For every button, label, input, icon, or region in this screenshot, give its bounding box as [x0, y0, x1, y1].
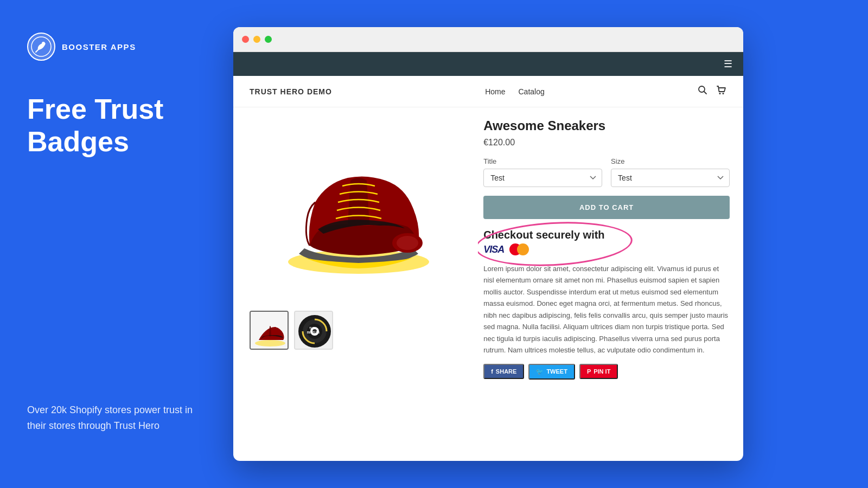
- browser-chrome: [233, 27, 743, 52]
- hero-title: Free Trust Badges: [27, 93, 201, 158]
- product-area: THE BEATLES Awesome Sneakers €120.00 Tit…: [233, 107, 743, 461]
- logo-icon: [27, 33, 55, 61]
- svg-point-10: [255, 340, 285, 346]
- product-title: Awesome Sneakers: [483, 118, 730, 133]
- store-name: TRUST HERO DEMO: [250, 87, 332, 96]
- thumbnail-row: THE BEATLES: [250, 311, 467, 350]
- svg-point-3: [699, 86, 705, 92]
- facebook-icon: f: [491, 368, 493, 375]
- add-to-cart-button[interactable]: ADD TO CART: [483, 196, 730, 219]
- left-panel: BOOSTER APPS Free Trust Badges Over 20k …: [0, 0, 228, 488]
- browser-window: ☰ TRUST HERO DEMO Home Catalog: [233, 27, 743, 461]
- hamburger-icon[interactable]: ☰: [724, 58, 732, 70]
- logo-area: BOOSTER APPS: [27, 33, 201, 61]
- product-price: €120.00: [483, 138, 730, 147]
- search-icon[interactable]: [698, 85, 707, 98]
- svg-text:THE: THE: [309, 326, 315, 330]
- size-select[interactable]: Test: [611, 169, 730, 187]
- title-label: Title: [483, 157, 602, 165]
- mc-circle-right: [517, 243, 529, 255]
- pinterest-icon: P: [587, 368, 591, 375]
- minimize-dot[interactable]: [253, 36, 260, 43]
- size-label: Size: [611, 157, 730, 165]
- social-share-row: f SHARE 🐦 TWEET P PIN IT: [483, 364, 730, 380]
- store-nav: Home Catalog: [485, 87, 545, 96]
- share-pinterest-button[interactable]: P PIN IT: [579, 364, 618, 379]
- twitter-icon: 🐦: [536, 368, 544, 375]
- mastercard-icon: [509, 243, 529, 255]
- share-facebook-button[interactable]: f SHARE: [483, 364, 524, 379]
- variant-selectors: Title Test Size Test: [483, 157, 730, 187]
- cart-icon[interactable]: [716, 85, 727, 98]
- sneaker-image: [250, 118, 467, 303]
- hero-subtitle: Over 20k Shopify stores power trust in t…: [27, 402, 201, 455]
- svg-point-8: [397, 236, 418, 250]
- thumbnail-sneaker[interactable]: [250, 311, 289, 350]
- payment-icons: VISA: [483, 243, 730, 255]
- browser-content: ☰ TRUST HERO DEMO Home Catalog: [233, 52, 743, 461]
- visa-logo: VISA: [483, 244, 504, 255]
- product-image-section: THE BEATLES: [233, 107, 478, 461]
- size-variant-group: Size Test: [611, 157, 730, 187]
- trust-badge-section: Checkout securely with VISA: [483, 229, 730, 255]
- svg-point-2: [42, 42, 45, 45]
- share-twitter-button[interactable]: 🐦 TWEET: [528, 364, 575, 380]
- svg-point-5: [722, 93, 724, 94]
- store-icons: [698, 85, 727, 98]
- nav-home[interactable]: Home: [485, 87, 505, 96]
- maximize-dot[interactable]: [265, 36, 272, 43]
- product-description: Lorem ipsum dolor sit amet, consectetur …: [483, 263, 730, 356]
- sneaker-svg: [272, 137, 445, 284]
- logo-text: BOOSTER APPS: [62, 42, 136, 52]
- product-details: Awesome Sneakers €120.00 Title Test Size…: [478, 107, 743, 461]
- svg-point-4: [719, 93, 720, 94]
- store-topbar: ☰: [233, 52, 743, 76]
- thumbnail-vinyl[interactable]: THE BEATLES: [294, 311, 333, 350]
- nav-catalog[interactable]: Catalog: [518, 87, 544, 96]
- title-variant-group: Title Test: [483, 157, 602, 187]
- store-header: TRUST HERO DEMO Home Catalog: [233, 76, 743, 107]
- close-dot[interactable]: [242, 36, 249, 43]
- checkout-text: Checkout securely with: [483, 229, 730, 241]
- title-select[interactable]: Test: [483, 169, 602, 187]
- svg-text:BEATLES: BEATLES: [307, 331, 320, 334]
